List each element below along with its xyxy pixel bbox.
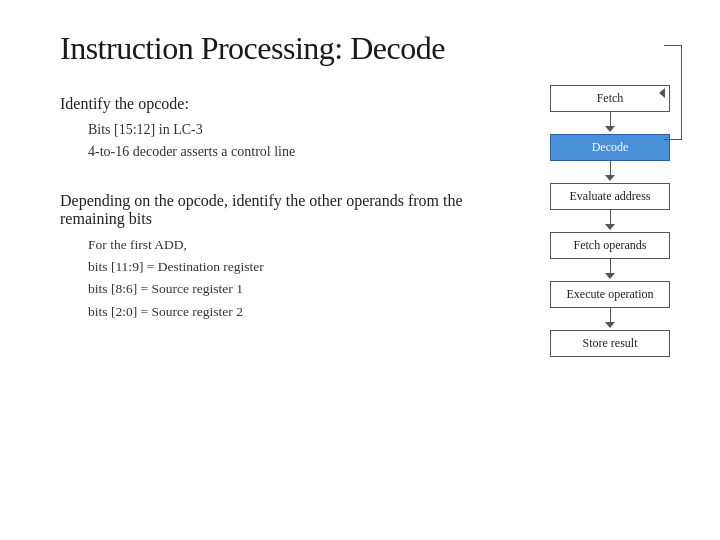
bracket-arrow xyxy=(659,88,665,98)
arrow-3 xyxy=(605,210,615,232)
bits-line2: 4-to-16 decoder asserts a control line xyxy=(88,141,520,163)
bits-detail3: bits [2:0] = Source register 2 xyxy=(88,301,520,323)
right-bracket xyxy=(664,45,682,140)
bits-detail2: bits [8:6] = Source register 1 xyxy=(88,278,520,300)
content-area: Identify the opcode: Bits [15:12] in LC-… xyxy=(60,95,680,357)
arrow-2 xyxy=(605,161,615,183)
identify-label: Identify the opcode: xyxy=(60,95,520,113)
depending-label: Depending on the opcode, identify the ot… xyxy=(60,192,520,228)
fetch-operands-box: Fetch operands xyxy=(550,232,670,259)
bits-detail1: bits [11:9] = Destination register xyxy=(88,256,520,278)
arrow-1 xyxy=(605,112,615,134)
fetch-row: Fetch xyxy=(540,85,680,112)
arrow-5 xyxy=(605,308,615,330)
for-content: For the first ADD, bits [11:9] = Destina… xyxy=(88,234,520,323)
bits-content: Bits [15:12] in LC-3 4-to-16 decoder ass… xyxy=(88,119,520,164)
bits-line1: Bits [15:12] in LC-3 xyxy=(88,119,520,141)
arrow-4 xyxy=(605,259,615,281)
slide: Instruction Processing: Decode Identify … xyxy=(0,0,720,540)
left-content: Identify the opcode: Bits [15:12] in LC-… xyxy=(60,95,520,323)
decode-box: Decode xyxy=(550,134,670,161)
page-title: Instruction Processing: Decode xyxy=(60,30,680,67)
store-box: Store result xyxy=(550,330,670,357)
fetch-box: Fetch xyxy=(550,85,670,112)
evaluate-box: Evaluate address xyxy=(550,183,670,210)
flowchart: Fetch Decode Evaluate address Fetch oper… xyxy=(540,85,680,357)
for-label: For the first ADD, xyxy=(88,234,520,256)
execute-box: Execute operation xyxy=(550,281,670,308)
